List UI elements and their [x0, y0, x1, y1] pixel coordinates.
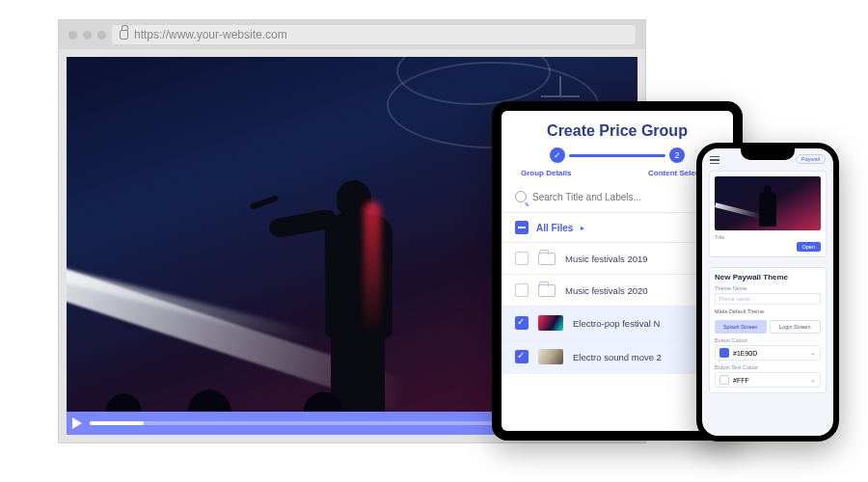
section-title: New Paywall Theme [715, 273, 821, 281]
button-colour-label: Button Colour [715, 337, 821, 343]
address-bar[interactable]: https://www.your-website.com [112, 25, 636, 44]
tab-splash-screen[interactable]: Splash Screen [715, 320, 767, 334]
row-checkbox[interactable] [515, 316, 529, 330]
preview-video-thumbnail[interactable] [715, 176, 821, 230]
header-pill-button[interactable]: Paywall [796, 154, 826, 164]
traffic-light-zoom[interactable] [97, 31, 106, 40]
make-default-toggle[interactable]: Make Default Theme [715, 308, 821, 314]
chevron-down-icon: ⌄ [810, 376, 816, 384]
step-1-indicator[interactable] [550, 147, 565, 163]
button-text-colour-picker[interactable]: #FFF ⌄ [715, 372, 821, 388]
phone-screen: Paywall Title Open New Paywall Theme The… [702, 148, 833, 436]
tab-login-screen[interactable]: Login Screen [770, 320, 822, 334]
step-connector [569, 154, 665, 157]
phone-device: Paywall Title Open New Paywall Theme The… [696, 143, 839, 442]
preview-open-button[interactable]: Open [797, 242, 821, 252]
chevron-down-icon: ▸ [581, 224, 584, 232]
all-files-label: All Files [536, 223, 573, 233]
theme-name-placeholder: Theme name [719, 296, 749, 302]
row-checkbox[interactable] [515, 350, 529, 363]
button-text-colour-label: Button Text Colour [715, 364, 821, 370]
button-text-colour-value: #FFF [733, 377, 749, 384]
row-checkbox[interactable] [515, 283, 529, 297]
row-label: Electro sound move 2 [573, 352, 662, 362]
row-label: Music festivals 2019 [565, 254, 648, 264]
search-input[interactable] [532, 192, 719, 202]
folder-icon [538, 253, 556, 265]
button-colour-value: #1E90D [733, 350, 757, 357]
step-2-indicator[interactable]: 2 [669, 147, 685, 163]
chevron-down-icon: ⌄ [810, 349, 816, 357]
step-1-label[interactable]: Group Details [521, 169, 571, 177]
theme-editor-card: New Paywall Theme Theme Name Theme name … [709, 267, 827, 393]
colour-swatch [719, 348, 729, 358]
hamburger-icon[interactable] [710, 156, 719, 164]
url-text: https://www.your-website.com [134, 28, 287, 41]
search-icon [515, 191, 527, 202]
video-thumbnail [538, 315, 563, 331]
button-colour-picker[interactable]: #1E90D ⌄ [715, 345, 821, 361]
play-button[interactable] [72, 417, 82, 429]
preview-title: Title [715, 234, 724, 240]
preview-card: Title Open [709, 171, 827, 257]
select-all-checkbox[interactable] [515, 221, 529, 234]
phone-notch [741, 148, 795, 160]
theme-name-input[interactable]: Theme name [715, 293, 821, 305]
theme-name-label: Theme Name [715, 285, 821, 291]
traffic-light-close[interactable] [68, 31, 77, 40]
video-thumbnail [538, 349, 563, 364]
folder-icon [538, 284, 556, 297]
row-label: Music festivals 2020 [565, 285, 648, 296]
screen-tabs: Splash Screen Login Screen [715, 320, 821, 334]
row-checkbox[interactable] [515, 252, 529, 265]
colour-swatch [719, 375, 729, 385]
lock-icon [120, 30, 128, 40]
row-label: Electro-pop festival N [573, 318, 660, 329]
browser-chrome-bar: https://www.your-website.com [59, 20, 645, 49]
traffic-light-minimize[interactable] [83, 31, 92, 40]
page-title: Create Price Group [502, 111, 733, 147]
